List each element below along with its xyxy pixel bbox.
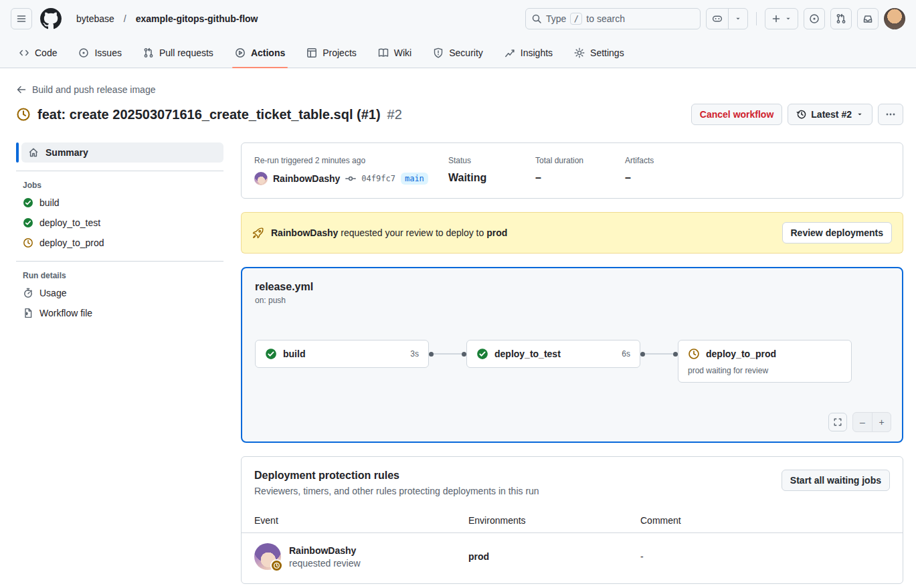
copilot-button[interactable] <box>707 9 728 29</box>
tab-pull-requests[interactable]: Pull requests <box>135 37 221 68</box>
create-new-button[interactable] <box>765 8 798 29</box>
gear-icon <box>574 47 585 58</box>
tab-label: Pull requests <box>159 47 213 58</box>
tab-issues[interactable]: Issues <box>70 37 129 68</box>
comment-value: - <box>640 551 890 562</box>
duration-label: Total duration <box>535 156 625 165</box>
start-all-waiting-jobs-button[interactable]: Start all waiting jobs <box>782 470 890 491</box>
breadcrumb-separator: / <box>124 13 126 24</box>
inbox-button[interactable] <box>857 8 879 29</box>
graph-node-deploy-to-test[interactable]: deploy_to_test 6s <box>466 340 640 368</box>
reviewer-name[interactable]: RainbowDashy <box>289 545 361 556</box>
github-logo[interactable] <box>40 8 62 29</box>
tab-wiki[interactable]: Wiki <box>370 37 420 68</box>
tab-actions[interactable]: Actions <box>227 37 293 68</box>
graph-node-build[interactable]: build 3s <box>255 340 429 368</box>
fullscreen-icon <box>833 417 842 427</box>
sidebar-item-workflow-file[interactable]: Workflow file <box>16 303 223 323</box>
inbox-icon <box>862 13 873 24</box>
sidebar-item-usage[interactable]: Usage <box>16 283 223 303</box>
check-circle-icon <box>476 348 488 360</box>
artifacts-label: Artifacts <box>625 156 712 165</box>
protection-rules-subtitle: Reviewers, timers, and other rules prote… <box>254 486 782 496</box>
protection-rules-card: Deployment protection rules Reviewers, t… <box>241 456 903 584</box>
table-row: RainbowDashy requested review prod - <box>242 533 903 583</box>
copilot-icon <box>712 13 723 24</box>
workflow-graph: build 3s deploy_ <box>255 340 889 383</box>
edge-dot <box>640 352 645 357</box>
workflow-trigger: on: push <box>255 296 889 305</box>
pull-requests-dashboard-button[interactable] <box>830 8 852 29</box>
cancel-workflow-button[interactable]: Cancel workflow <box>691 104 782 125</box>
file-code-icon <box>23 308 33 318</box>
edge-dot <box>673 352 678 357</box>
trigger-text: Re-run triggered 2 minutes ago <box>254 156 448 165</box>
review-deployments-button[interactable]: Review deployments <box>782 222 893 243</box>
chevron-down-icon <box>784 15 792 23</box>
actor-name[interactable]: RainbowDashy <box>273 173 340 184</box>
run-detail-label: Usage <box>39 288 66 298</box>
node-note: prod waiting for review <box>688 366 842 375</box>
search-input[interactable]: Type / to search <box>525 8 701 29</box>
tab-label: Actions <box>251 47 285 58</box>
artifacts-value: – <box>625 172 712 184</box>
sidebar-job-deploy-to-test[interactable]: deploy_to_test <box>16 213 223 233</box>
user-avatar[interactable] <box>884 8 905 29</box>
edge-line <box>645 353 673 355</box>
graph-node-deploy-to-prod[interactable]: deploy_to_prod prod waiting for review <box>678 340 852 383</box>
run-summary-main: Re-run triggered 2 minutes ago RainbowDa… <box>241 142 903 584</box>
play-circle-icon <box>235 47 246 58</box>
search-icon <box>531 13 542 24</box>
check-circle-icon <box>23 217 33 228</box>
actor-avatar[interactable] <box>254 172 268 185</box>
reviewer-avatar[interactable] <box>254 543 281 570</box>
latest-run-label: Latest #2 <box>811 109 852 120</box>
sidebar-job-deploy-to-prod[interactable]: deploy_to_prod <box>16 233 223 253</box>
waiting-clock-icon <box>23 237 33 248</box>
latest-run-button[interactable]: Latest #2 <box>788 104 873 125</box>
column-header-comment: Comment <box>640 515 890 526</box>
run-options-button[interactable] <box>878 104 903 125</box>
actions-run-page: Build and push release image feat: creat… <box>0 68 916 588</box>
copilot-menu-button[interactable] <box>728 9 747 29</box>
sidebar-item-summary[interactable]: Summary <box>21 142 223 163</box>
waiting-badge-clock-icon <box>270 559 283 572</box>
environment-value: prod <box>468 551 640 562</box>
branch-badge[interactable]: main <box>401 173 428 185</box>
zoom-out-button[interactable]: – <box>853 413 872 431</box>
job-label: deploy_to_prod <box>39 237 104 248</box>
zoom-in-button[interactable]: + <box>872 413 891 431</box>
plus-icon <box>771 13 782 24</box>
breadcrumb-owner[interactable]: bytebase <box>72 11 118 27</box>
event-description: requested review <box>289 558 361 569</box>
commit-sha[interactable]: 04f9fc7 <box>361 174 395 183</box>
repo-nav: Code Issues Pull requests Actions Projec… <box>0 37 916 68</box>
back-to-workflow-link[interactable]: Build and push release image <box>16 84 155 95</box>
tab-label: Settings <box>590 47 624 58</box>
run-number: #2 <box>387 107 402 122</box>
search-slash-key: / <box>570 13 582 25</box>
sidebar-job-build[interactable]: build <box>16 193 223 213</box>
node-label: deploy_to_prod <box>706 349 842 359</box>
node-duration: 3s <box>410 349 419 359</box>
tab-insights[interactable]: Insights <box>496 37 561 68</box>
hamburger-menu-button[interactable] <box>11 8 32 29</box>
hamburger-icon <box>16 13 27 24</box>
sidebar-summary-label: Summary <box>45 147 88 158</box>
breadcrumb-repo[interactable]: example-gitops-github-flow <box>132 11 262 27</box>
waiting-clock-icon <box>16 107 31 122</box>
chevron-down-icon <box>856 110 864 118</box>
fit-view-button[interactable] <box>828 413 847 431</box>
tab-label: Insights <box>521 47 553 58</box>
issues-dashboard-button[interactable] <box>804 8 825 29</box>
tab-settings[interactable]: Settings <box>566 37 632 68</box>
tab-security[interactable]: Security <box>425 37 491 68</box>
tab-projects[interactable]: Projects <box>298 37 365 68</box>
copilot-split-button <box>706 8 748 29</box>
issue-opened-icon <box>78 47 89 58</box>
global-header: bytebase / example-gitops-github-flow Ty… <box>0 0 916 37</box>
node-duration: 6s <box>622 349 630 359</box>
tab-code[interactable]: Code <box>11 37 65 68</box>
search-placeholder-prefix: Type <box>546 13 566 24</box>
back-link-label: Build and push release image <box>32 84 155 95</box>
